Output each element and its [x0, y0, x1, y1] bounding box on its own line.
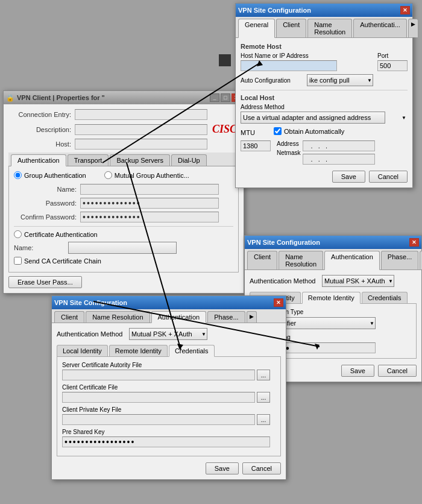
connection-entry-row: Connection Entry:: [8, 109, 239, 120]
tab3-phase[interactable]: Phase...: [207, 311, 245, 323]
tab2-authentication[interactable]: Authentication: [324, 251, 380, 270]
netmask-input[interactable]: [303, 154, 375, 165]
tab-client[interactable]: Client: [276, 19, 306, 37]
confirm-password-row: Confirm Password:: [14, 212, 233, 222]
auth-method-dropdown-2[interactable]: Mutual PSK + XAuth: [322, 275, 394, 287]
auth-method-wrapper-2: Mutual PSK + XAuth ▼: [322, 275, 394, 287]
address-method-dropdown[interactable]: Use a virtual adapter and assigned addre…: [241, 112, 385, 124]
obtain-auto-row: Obtain Automatically: [274, 127, 344, 135]
host-name-input[interactable]: [241, 60, 337, 71]
client-cert-input[interactable]: [62, 392, 255, 403]
mtu-label: MTU: [241, 129, 262, 136]
address-input[interactable]: [303, 140, 375, 151]
inner-tab-remote-3[interactable]: Remote Identity: [109, 345, 168, 356]
tab-more-1[interactable]: ▶: [408, 19, 418, 37]
description-input[interactable]: [75, 124, 207, 135]
auth-options: Group Authentication Mutual Group Authen…: [14, 171, 233, 179]
inner-tabs-3: Local Identity Remote Identity Credentia…: [57, 345, 281, 357]
inner-tab-credentials-3[interactable]: Credentials: [169, 345, 215, 357]
vpn-site-3-close[interactable]: ✕: [274, 298, 283, 307]
vpn-site-3-save[interactable]: Save: [206, 462, 239, 474]
name-row: Name:: [14, 184, 233, 195]
send-ca-checkbox[interactable]: [14, 257, 22, 265]
mutual-group-option: Mutual Group Authentic...: [104, 171, 189, 179]
vpn-site-3-tabs: Client Name Resolution Authentication Ph…: [52, 309, 286, 323]
connection-entry-input[interactable]: [75, 109, 207, 120]
vpn-site-2-tabs: Client Name Resolution Authentication Ph…: [245, 249, 421, 270]
server-cert-input[interactable]: [62, 370, 255, 380]
client-cert-browse[interactable]: ...: [257, 392, 270, 403]
tab-name-resolution[interactable]: Name Resolution: [307, 19, 352, 37]
mutual-group-radio[interactable]: [104, 171, 112, 179]
auto-config-dropdown[interactable]: ike config pull: [307, 74, 373, 86]
vpn-site-2-cancel[interactable]: Cancel: [378, 365, 417, 377]
client-key-label: Client Private Key File: [62, 406, 276, 413]
tab2-name-resolution[interactable]: Name Resolution: [279, 251, 323, 269]
name-input[interactable]: [80, 184, 219, 195]
tab-general[interactable]: General: [238, 19, 275, 38]
vpn-client-tabs: Authentication Transport Backup Servers …: [8, 153, 239, 166]
server-cert-browse[interactable]: ...: [257, 370, 270, 380]
vpn-site-3-cancel[interactable]: Cancel: [242, 462, 281, 474]
local-host-section: Local Host: [241, 94, 408, 101]
auth-method-row-3: Authentication Method Mutual PSK + XAuth…: [57, 328, 281, 340]
password-row: Password:: [14, 198, 233, 209]
cert-auth-label: Certificate Authentication: [24, 231, 98, 238]
vpn-site-3-titlebar: VPN Site Configuration ✕: [52, 296, 286, 309]
cert-auth-radio[interactable]: [14, 230, 22, 238]
vpn-site-3-buttons: Save Cancel: [57, 462, 281, 474]
inner-tab-credentials-2[interactable]: Credentials: [362, 292, 408, 303]
vpn-site-1-close[interactable]: ✕: [400, 6, 410, 14]
tab3-client[interactable]: Client: [54, 311, 84, 323]
inner-tab-remote-identity-2[interactable]: Remote Identity: [302, 292, 361, 304]
confirm-password-input[interactable]: [80, 212, 219, 222]
group-auth-option: Group Authentication: [14, 171, 86, 179]
tab-dial-up[interactable]: Dial-Up: [171, 154, 207, 166]
port-input[interactable]: [377, 60, 408, 71]
host-name-group: Host Name or IP Address: [241, 52, 373, 71]
client-key-browse[interactable]: ...: [257, 414, 270, 425]
cert-name-dropdown[interactable]: [68, 242, 177, 254]
tab-transport[interactable]: Transport: [68, 154, 109, 166]
maximize-button[interactable]: □: [221, 93, 230, 102]
obtain-auto-checkbox[interactable]: [274, 127, 282, 135]
pre-shared-key-row: [62, 436, 276, 447]
vpn-client-window: 🔒 VPN Client | Properties for " _ □ ✕ Co…: [3, 90, 244, 294]
mtu-row: MTU Obtain Automatically: [241, 127, 408, 137]
tab3-authentication[interactable]: Authentication: [151, 311, 207, 323]
vpn-site-2-save[interactable]: Save: [341, 365, 374, 377]
vpn-client-title: VPN Client | Properties for ": [17, 94, 209, 101]
tab2-phase[interactable]: Phase...: [381, 251, 418, 269]
address-method-wrapper: Use a virtual adapter and assigned addre…: [241, 112, 408, 124]
tab-more-3[interactable]: ▶: [247, 311, 257, 323]
tab-authentication[interactable]: Authentication: [11, 154, 66, 166]
credentials-content: Server Certificate Autority File ... Cli…: [57, 357, 281, 456]
inner-tab-local-3[interactable]: Local Identity: [57, 345, 108, 356]
netmask-label: Netmask: [277, 150, 300, 156]
tab-more-2[interactable]: ▶: [420, 251, 422, 269]
client-key-row: ...: [62, 414, 276, 425]
tab-backup-servers[interactable]: Backup Servers: [110, 154, 170, 166]
mtu-input[interactable]: [241, 140, 271, 151]
minimize-button[interactable]: _: [210, 93, 219, 102]
server-cert-row: ...: [62, 370, 276, 380]
password-input[interactable]: [80, 198, 219, 209]
client-key-input[interactable]: [62, 414, 255, 425]
group-auth-radio[interactable]: [14, 171, 22, 179]
vpn-site-1-titlebar: VPN Site Configuration ✕: [236, 4, 412, 17]
vpn-site-1-cancel[interactable]: Cancel: [369, 171, 408, 183]
tab3-name-resolution[interactable]: Name Resolution: [86, 311, 150, 323]
erase-user-pass-button[interactable]: Erase User Pass...: [8, 276, 82, 288]
vpn-site-1-save[interactable]: Save: [332, 171, 365, 183]
address-method-label: Address Method: [241, 104, 408, 110]
mutual-group-label: Mutual Group Authentic...: [115, 172, 189, 179]
pre-shared-key-input[interactable]: [62, 436, 270, 447]
host-input[interactable]: [75, 139, 207, 150]
tab2-client[interactable]: Client: [247, 251, 277, 269]
port-group: Port: [377, 52, 408, 71]
name-label: Name:: [14, 186, 80, 193]
client-cert-label: Client Certificate File: [62, 384, 276, 391]
auth-method-dropdown-3[interactable]: Mutual PSK + XAuth: [129, 328, 207, 340]
tab-authentication-short[interactable]: Authenticati...: [353, 19, 407, 37]
vpn-site-2-close[interactable]: ✕: [409, 238, 419, 247]
